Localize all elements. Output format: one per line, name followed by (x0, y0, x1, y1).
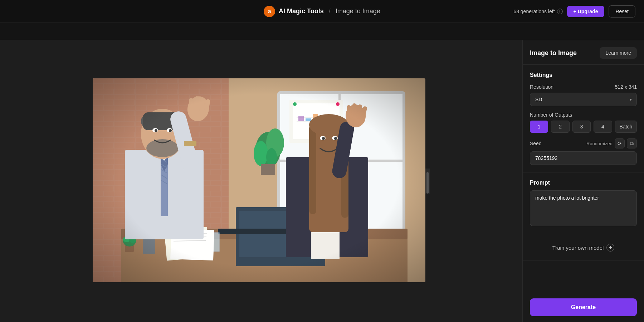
seed-row: Seed Randomized ⟳ ⧉ (530, 138, 637, 165)
output-4-button[interactable]: 4 (594, 121, 612, 133)
topbar-right: 68 generations left i + Upgrade Reset (513, 5, 635, 18)
outputs-label-row: Number of Outputs (530, 112, 637, 118)
prompt-textarea[interactable]: make the photo a lot brighter (530, 190, 637, 226)
train-model-label: Train your own model (552, 245, 604, 251)
outputs-row: Number of Outputs 1 2 3 4 Batch (530, 112, 637, 133)
resolution-select-wrapper: SD HD Full HD (530, 93, 637, 106)
page-name: Image to Image (336, 8, 380, 15)
plus-icon: + (606, 244, 614, 252)
info-icon[interactable]: i (557, 9, 563, 14)
app-name: AI Magic Tools (279, 8, 324, 15)
prompt-section: Prompt make the photo a lot brighter (523, 172, 644, 235)
train-section: Train your own model + (523, 235, 644, 260)
seed-actions: Randomized ⟳ ⧉ (586, 138, 637, 148)
topbar: a AI Magic Tools / Image to Image 68 gen… (0, 0, 644, 23)
output-3-button[interactable]: 3 (572, 121, 591, 133)
settings-section: Settings Resolution 512 x 341 SD HD Full… (523, 65, 644, 172)
learn-more-button[interactable]: Learn more (600, 47, 637, 59)
outputs-buttons: 1 2 3 4 Batch (530, 121, 637, 133)
panel-title: Image to Image (530, 49, 577, 57)
app-icon: a (264, 6, 275, 17)
output-1-button[interactable]: 1 (530, 121, 548, 133)
reset-button[interactable]: Reset (609, 5, 635, 18)
main-image (93, 78, 425, 282)
train-model-button[interactable]: Train your own model + (530, 241, 637, 254)
outputs-label: Number of Outputs (530, 112, 572, 118)
settings-title: Settings (530, 72, 637, 78)
subbar (0, 23, 644, 40)
canvas-scrollbar[interactable] (425, 169, 430, 194)
randomized-label: Randomized (586, 141, 613, 146)
seed-label: Seed (530, 141, 542, 146)
image-container (93, 78, 425, 284)
randomize-button[interactable]: ⟳ (615, 138, 625, 148)
resolution-row: Resolution 512 x 341 SD HD Full HD (530, 84, 637, 106)
seed-input[interactable] (530, 151, 637, 165)
scrollbar-thumb (426, 172, 429, 194)
right-panel: Image to Image Learn more Settings Resol… (522, 40, 644, 322)
prompt-label: Prompt (530, 180, 637, 186)
resolution-select[interactable]: SD HD Full HD (530, 93, 637, 106)
resolution-label-row: Resolution 512 x 341 (530, 84, 637, 90)
copy-seed-button[interactable]: ⧉ (627, 138, 637, 148)
output-2-button[interactable]: 2 (551, 121, 569, 133)
upgrade-button[interactable]: + Upgrade (567, 6, 605, 17)
seed-label-row: Seed Randomized ⟳ ⧉ (530, 138, 637, 148)
panel-header: Image to Image Learn more (523, 40, 644, 65)
topbar-center: a AI Magic Tools / Image to Image (264, 6, 380, 17)
breadcrumb-separator: / (329, 8, 331, 15)
resolution-label: Resolution (530, 84, 553, 90)
output-batch-button[interactable]: Batch (615, 121, 637, 133)
svg-rect-94 (93, 78, 425, 282)
generate-button[interactable]: Generate (530, 298, 637, 316)
generate-section: Generate (523, 293, 644, 322)
canvas-area (0, 40, 522, 322)
resolution-value: 512 x 341 (615, 84, 637, 90)
generations-left: 68 generations left i (513, 9, 562, 14)
main-layout: Image to Image Learn more Settings Resol… (0, 40, 644, 322)
